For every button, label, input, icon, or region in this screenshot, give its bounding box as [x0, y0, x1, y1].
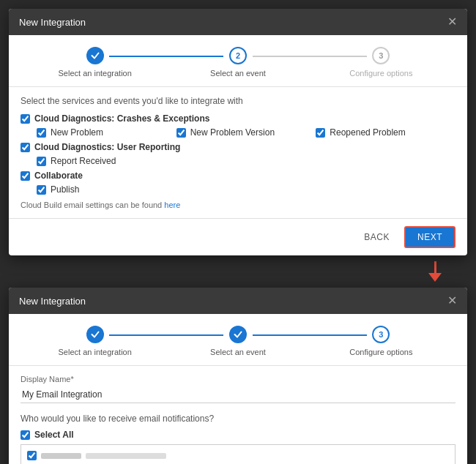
- modal-2: New Integration ✕ Select an integration …: [9, 288, 467, 464]
- modal-1-body: Select the services and events you'd lik…: [9, 87, 467, 218]
- m2-step-3: 3 Configure options: [310, 326, 453, 356]
- select-all-row: Select All: [21, 430, 455, 440]
- m2-step-2-label: Select an event: [210, 348, 266, 356]
- new-problem-version-checkbox[interactable]: [176, 128, 186, 138]
- modal-1-header: New Integration ✕: [9, 9, 467, 35]
- modal-1-close-button[interactable]: ✕: [447, 16, 457, 28]
- m2-step-1: Select an integration: [23, 326, 166, 356]
- modal-1-stepper: Select an integration 2 Select an event …: [9, 35, 467, 87]
- category-3-checkbox[interactable]: [21, 171, 30, 181]
- m2-step-1-label: Select an integration: [59, 348, 132, 356]
- modal-2-close-button[interactable]: ✕: [447, 295, 457, 307]
- user-name-1: [41, 453, 81, 459]
- m2-step-3-circle: 3: [372, 326, 390, 343]
- event-reopened-problem: Reopened Problem: [316, 127, 455, 138]
- modal-1-footer: BACK NEXT: [9, 218, 467, 255]
- modal-1-next-button[interactable]: NEXT: [404, 226, 455, 248]
- category-3-label: Collaborate: [21, 171, 455, 181]
- modal-1: New Integration ✕ Select an integration …: [9, 9, 467, 255]
- display-name-input[interactable]: [21, 386, 455, 403]
- step-3-label: Configure options: [349, 69, 412, 78]
- reopened-problem-checkbox[interactable]: [316, 128, 325, 138]
- event-report-received: Report Received: [37, 156, 455, 166]
- new-problem-checkbox[interactable]: [37, 128, 46, 138]
- select-all-label: Select All: [34, 430, 74, 440]
- arrow-head: [428, 273, 442, 282]
- display-name-label: Display Name*: [21, 375, 455, 383]
- step-1-circle: [86, 47, 104, 64]
- event-publish: Publish: [37, 184, 455, 195]
- step-3-circle: 3: [372, 47, 390, 64]
- step-1-label: Select an integration: [59, 69, 132, 78]
- step-2-circle: 2: [229, 47, 247, 64]
- category-1-checkbox[interactable]: [21, 114, 30, 124]
- event-new-problem: New Problem: [37, 127, 176, 138]
- arrow-shaft: [434, 261, 436, 273]
- user-checkbox-1[interactable]: [27, 451, 37, 460]
- step-3: 3 Configure options: [310, 47, 453, 78]
- step-1: Select an integration: [23, 47, 166, 78]
- arrow-indicator: [9, 261, 467, 282]
- category-2-label: Cloud Diagnostics: User Reporting: [21, 142, 455, 152]
- category-1-events: New Problem New Problem Version Reopened…: [37, 127, 455, 138]
- event-new-problem-version: New Problem Version: [176, 127, 316, 138]
- category-2-checkbox[interactable]: [21, 143, 30, 152]
- modal-1-title: New Integration: [19, 17, 86, 28]
- category-1-label: Cloud Diagnostics: Crashes & Exceptions: [21, 113, 455, 124]
- m2-step-1-circle: [86, 326, 104, 343]
- publish-checkbox[interactable]: [37, 185, 46, 195]
- user-list[interactable]: [21, 444, 455, 464]
- cloud-info: Cloud Build email settings can be found …: [21, 201, 455, 209]
- modal-2-body: Display Name* Who would you like to rece…: [9, 366, 467, 464]
- step-2-label: Select an event: [210, 69, 266, 78]
- section-description: Select the services and events you'd lik…: [21, 96, 455, 106]
- modal-1-back-button[interactable]: BACK: [355, 228, 398, 247]
- who-label: Who would you like to receive email noti…: [21, 414, 455, 424]
- step-2: 2 Select an event: [166, 47, 309, 78]
- m2-step-2-circle: [229, 326, 247, 343]
- modal-2-header: New Integration ✕: [9, 288, 467, 314]
- user-email-1: [86, 453, 166, 459]
- select-all-checkbox[interactable]: [21, 430, 30, 440]
- m2-step-2: Select an event: [166, 326, 309, 356]
- m2-step-3-label: Configure options: [349, 348, 412, 356]
- report-received-checkbox[interactable]: [37, 157, 46, 166]
- user-list-item: [21, 448, 455, 463]
- cloud-info-link[interactable]: here: [164, 201, 180, 209]
- modal-2-stepper: Select an integration Select an event 3 …: [9, 314, 467, 366]
- modal-2-title: New Integration: [19, 296, 86, 307]
